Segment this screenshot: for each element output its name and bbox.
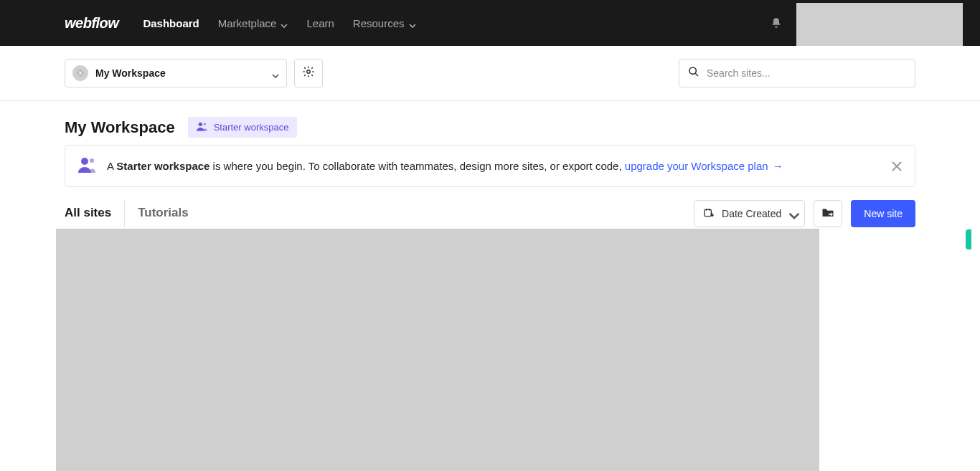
chevron-down-icon [272,70,279,77]
site-thumbnail[interactable] [56,229,819,471]
svg-point-2 [689,67,696,74]
plan-badge[interactable]: Starter workspace [188,117,298,138]
workspace-dropdown[interactable]: My Workspace [65,59,287,87]
sort-label: Date Created [722,208,781,219]
tab-tutorials[interactable]: Tutorials [124,200,202,227]
svg-rect-14 [829,214,833,215]
nav-marketplace[interactable]: Marketplace [218,17,288,29]
search-icon [688,66,699,80]
sites-area [0,229,980,471]
nav-resources-label: Resources [353,17,405,29]
sort-dropdown[interactable]: Date Created [694,200,805,227]
tabs-row: All sites Tutorials Date Created New sit… [0,200,980,227]
page-title: My Workspace [65,118,175,137]
topnav-left: webflow Dashboard Marketplace Learn Reso… [0,15,416,32]
calendar-sort-icon [703,207,715,221]
starter-notice: A Starter workspace is where you begin. … [65,145,915,187]
actions: Date Created New site [694,200,915,227]
gear-icon [302,65,315,81]
folder-plus-icon [821,206,834,221]
feedback-pill[interactable] [966,229,971,249]
svg-point-5 [203,123,205,125]
notifications-bell-icon[interactable] [765,11,788,34]
workspace-avatar-icon [72,65,88,81]
upgrade-link[interactable]: upgrade your Workspace plan → [625,160,783,172]
new-folder-button[interactable] [814,200,842,227]
svg-line-3 [695,73,698,76]
nav-learn[interactable]: Learn [306,17,334,29]
close-icon [892,161,902,171]
chevron-down-icon [281,19,288,27]
nav-resources[interactable]: Resources [353,17,416,29]
topnav-right [765,0,963,46]
search-box[interactable] [679,59,915,87]
notice-text: A Starter workspace is where you begin. … [107,160,783,172]
svg-point-6 [81,158,88,165]
brand-logo[interactable]: webflow [65,15,118,32]
tabs: All sites Tutorials [65,200,202,227]
notice-close-button[interactable] [892,161,902,171]
tab-all-sites[interactable]: All sites [65,200,124,227]
notice-container: A Starter workspace is where you begin. … [0,145,980,200]
new-site-button[interactable]: New site [851,200,915,227]
svg-point-4 [198,123,202,126]
people-icon [197,121,208,133]
chevron-down-icon [409,19,416,27]
svg-point-7 [90,158,94,163]
account-area[interactable] [796,3,963,46]
page-header: My Workspace Starter workspace [0,101,980,145]
search-input[interactable] [707,67,906,79]
chevron-down-icon [788,210,796,217]
workspace-name: My Workspace [95,67,265,79]
arrow-right-icon: → [773,160,783,172]
toolbar: My Workspace [0,46,980,101]
svg-point-1 [307,70,311,74]
nav-marketplace-label: Marketplace [218,17,277,29]
workspace-settings-button[interactable] [294,59,323,87]
people-icon [78,157,97,175]
nav-dashboard[interactable]: Dashboard [143,17,199,29]
svg-rect-10 [705,209,711,216]
plan-badge-label: Starter workspace [214,122,289,133]
top-nav: webflow Dashboard Marketplace Learn Reso… [0,0,980,46]
